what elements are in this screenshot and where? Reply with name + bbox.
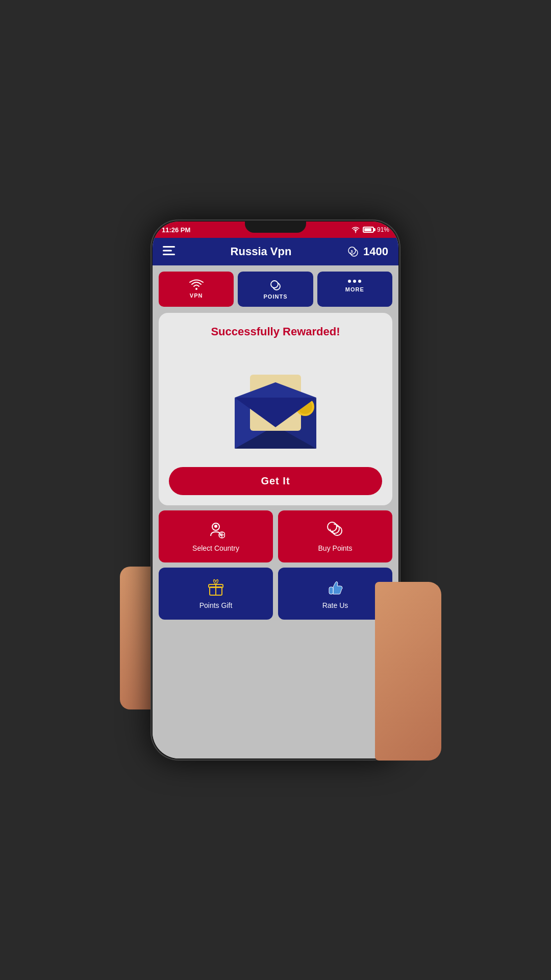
status-bar: 11:26 PM 91% — [153, 222, 398, 238]
points-gift-button[interactable]: Points Gift — [159, 568, 273, 620]
header-points: $ 1400 — [347, 245, 388, 258]
tab-vpn-label: VPN — [190, 292, 203, 299]
svg-point-35 — [329, 524, 335, 530]
tab-more[interactable]: MORE — [317, 272, 392, 307]
svg-text:$: $ — [351, 249, 354, 254]
coins-tab-icon — [268, 279, 283, 291]
select-country-icon — [207, 521, 225, 539]
main-content: Successfully Rewarded! — [153, 307, 398, 758]
nav-tabs: VPN POINTS — [153, 265, 398, 307]
get-it-button[interactable]: Get It — [169, 467, 382, 495]
svg-marker-25 — [235, 382, 316, 398]
menu-button[interactable] — [163, 246, 175, 257]
bottom-grid: Select Country Buy Points — [159, 510, 392, 620]
points-gift-icon — [207, 578, 225, 596]
wifi-tab-icon — [189, 279, 204, 290]
svg-rect-2 — [163, 250, 172, 252]
status-time: 11:26 PM — [162, 226, 190, 234]
svg-point-0 — [355, 232, 356, 233]
svg-point-14 — [358, 280, 361, 283]
points-value: 1400 — [363, 245, 388, 258]
select-country-label: Select Country — [192, 544, 239, 552]
buy-points-icon — [326, 521, 344, 539]
battery-icon — [363, 227, 374, 233]
wifi-icon — [352, 227, 360, 233]
reward-title: Successfully Rewarded! — [211, 325, 340, 338]
svg-point-11 — [272, 282, 277, 286]
select-country-button[interactable]: Select Country — [159, 510, 273, 562]
rate-us-icon — [326, 578, 344, 596]
svg-rect-39 — [329, 587, 333, 594]
svg-rect-1 — [163, 246, 175, 248]
reward-card: Successfully Rewarded! — [159, 313, 392, 505]
tab-points-label: POINTS — [264, 293, 288, 300]
svg-point-13 — [353, 280, 356, 283]
envelope-svg: +50 Points — [219, 347, 332, 459]
svg-point-8 — [195, 288, 197, 290]
app-title: Russia Vpn — [231, 245, 292, 258]
points-gift-label: Points Gift — [199, 601, 233, 609]
hamburger-icon — [163, 246, 175, 255]
svg-point-12 — [348, 280, 351, 283]
notch — [245, 222, 306, 233]
status-right: 91% — [352, 226, 389, 233]
app-header: Russia Vpn $ 1400 — [153, 238, 398, 265]
svg-rect-3 — [163, 254, 175, 255]
rate-us-label: Rate Us — [322, 601, 348, 609]
envelope-illustration: +50 Points — [219, 347, 332, 459]
tab-more-label: MORE — [345, 286, 364, 292]
tab-vpn[interactable]: VPN — [159, 272, 234, 307]
buy-points-label: Buy Points — [318, 544, 353, 552]
battery-percent: 91% — [377, 226, 389, 233]
more-tab-icon — [347, 279, 362, 284]
coins-icon: $ — [347, 246, 359, 258]
buy-points-button[interactable]: Buy Points — [278, 510, 392, 562]
svg-point-27 — [214, 525, 217, 528]
tab-points[interactable]: POINTS — [238, 272, 313, 307]
